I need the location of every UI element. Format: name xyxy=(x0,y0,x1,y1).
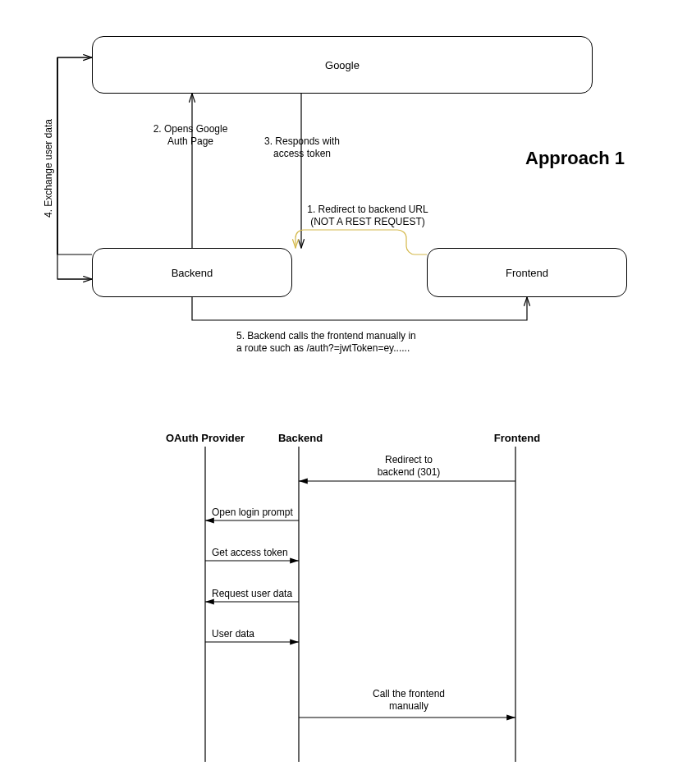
msg6-l2: manually xyxy=(389,700,428,712)
google-box: Google xyxy=(92,36,593,94)
msg6-l1: Call the frontend xyxy=(373,688,445,699)
step3-line2: access token xyxy=(273,148,331,159)
step5-line1: 5. Backend calls the frontend manually i… xyxy=(236,330,416,342)
frontend-box-label: Frontend xyxy=(506,267,548,279)
google-box-label: Google xyxy=(325,59,360,71)
step5-line2: a route such as /auth?=jwtToken=ey...... xyxy=(236,342,410,354)
msg-user-data: User data xyxy=(212,628,302,640)
lane-oauth: OAuth Provider xyxy=(156,432,254,444)
step4-label: 4. Exchange user data xyxy=(43,107,55,230)
approach-title: Approach 1 xyxy=(525,148,625,169)
msg-open-login: Open login prompt xyxy=(212,507,302,519)
msg1-l2: backend (301) xyxy=(378,466,441,478)
msg-call-frontend: Call the frontend manually xyxy=(351,688,466,713)
step3-label: 3. Responds with access token xyxy=(249,135,355,160)
frontend-box: Frontend xyxy=(427,248,627,297)
backend-box-label: Backend xyxy=(172,267,213,279)
lane-frontend: Frontend xyxy=(484,432,550,444)
lane-backend: Backend xyxy=(268,432,333,444)
step1-line2: (NOT A REST REQUEST) xyxy=(310,216,425,227)
step1-line1: 1. Redirect to backend URL xyxy=(307,204,428,215)
msg1-l1: Redirect to xyxy=(385,454,433,465)
backend-box: Backend xyxy=(92,248,292,297)
step2-label: 2. Opens Google Auth Page xyxy=(137,123,244,148)
step5-label: 5. Backend calls the frontend manually i… xyxy=(236,330,466,355)
step1-label: 1. Redirect to backend URL (NOT A REST R… xyxy=(298,204,437,228)
step2-line1: 2. Opens Google xyxy=(153,123,228,135)
step3-line1: 3. Responds with xyxy=(264,135,340,147)
msg-get-token: Get access token xyxy=(212,547,302,559)
step2-line2: Auth Page xyxy=(167,135,213,147)
diagram-arrows xyxy=(0,0,678,784)
msg-req-user: Request user data xyxy=(212,588,310,600)
msg-redirect: Redirect to backend (301) xyxy=(351,454,466,479)
